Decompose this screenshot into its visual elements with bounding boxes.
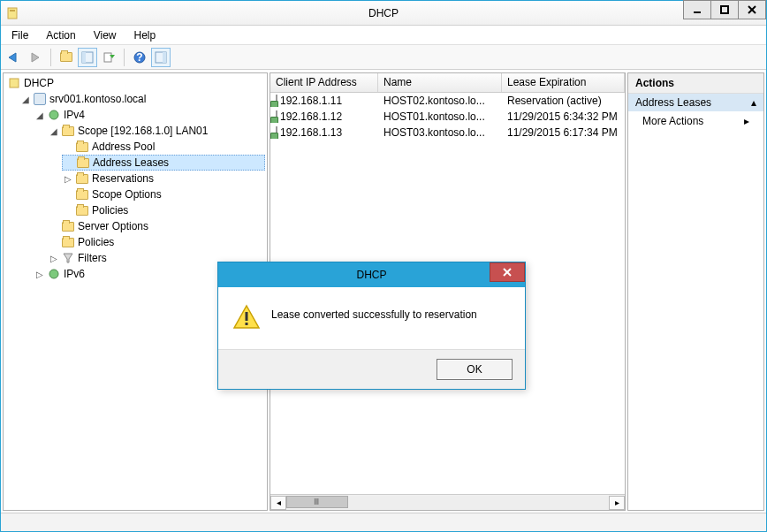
svg-rect-23 [246, 312, 248, 321]
folder-icon [75, 140, 89, 154]
svg-text:?: ? [136, 51, 142, 64]
show-hide-actions-button[interactable] [151, 48, 171, 67]
tree-scope[interactable]: ◢ Scope [192.168.1.0] LAN01 [48, 123, 265, 139]
toolbar: ? [1, 45, 766, 70]
actions-header: Actions [628, 73, 763, 94]
svg-rect-3 [721, 6, 728, 13]
menu-file[interactable]: File [4, 27, 35, 43]
svg-rect-15 [163, 52, 166, 63]
tree-policies-2[interactable]: Policies [48, 234, 265, 250]
expand-icon[interactable]: ▷ [64, 174, 72, 184]
svg-rect-24 [246, 323, 248, 325]
main-window: DHCP File Action View Help ? [0, 0, 767, 532]
column-header-lease[interactable]: Lease Expiration [502, 73, 625, 92]
ok-button[interactable]: OK [437, 359, 513, 380]
cell-name: HOST03.kontoso.lo... [378, 126, 502, 139]
warning-icon [232, 303, 261, 334]
help-button[interactable]: ? [130, 48, 149, 67]
tree-address-leases[interactable]: Address Leases [62, 155, 265, 171]
tree-address-pool[interactable]: Address Pool [62, 139, 265, 155]
scroll-right-icon[interactable]: ▸ [609, 496, 625, 510]
menu-view[interactable]: View [87, 27, 124, 43]
folder-icon [61, 124, 75, 138]
table-row[interactable]: 192.168.1.12 HOST01.kontoso.lo... 11/29/… [270, 109, 625, 125]
tree-scope-options[interactable]: Scope Options [62, 186, 265, 202]
tree-policies[interactable]: Policies [62, 202, 265, 218]
forward-button[interactable] [26, 48, 45, 67]
dhcp-icon [7, 76, 21, 90]
folder-icon [75, 187, 89, 201]
collapse-icon[interactable]: ◢ [21, 95, 30, 104]
toolbar-separator [50, 49, 51, 66]
close-button[interactable] [738, 0, 766, 19]
cell-name: HOST01.kontoso.lo... [378, 110, 502, 123]
tree-ipv4-label: IPv4 [64, 109, 85, 121]
scroll-left-icon[interactable]: ◂ [270, 496, 286, 510]
svg-marker-6 [9, 53, 16, 62]
tree-server-label: srv001.kontoso.local [49, 93, 146, 105]
tree-root-label: DHCP [24, 77, 54, 89]
menu-help[interactable]: Help [127, 27, 163, 43]
label: Address Leases [93, 156, 169, 169]
back-button[interactable] [4, 48, 24, 67]
actions-section-label: Address Leases [635, 96, 711, 109]
cell-ip: 192.168.1.12 [280, 110, 342, 123]
expand-icon[interactable]: ▷ [49, 254, 58, 263]
label: Address Pool [92, 141, 155, 153]
actions-more[interactable]: More Actions ▸ [628, 111, 763, 131]
column-header-ip[interactable]: Client IP Address [270, 73, 378, 92]
dialog-body: Lease converted successfully to reservat… [218, 287, 525, 349]
collapse-icon[interactable]: ▴ [751, 96, 756, 109]
svg-rect-16 [10, 79, 19, 87]
scroll-track[interactable]: Ⅲ [286, 496, 609, 510]
minimize-button[interactable] [683, 0, 711, 19]
tree-scope-label: Scope [192.168.1.0] LAN01 [78, 125, 208, 137]
label: Policies [92, 204, 128, 217]
titlebar: DHCP [1, 1, 766, 26]
table-row[interactable]: 192.168.1.13 HOST03.kontoso.lo... 11/29/… [270, 125, 625, 141]
collapse-icon[interactable]: ◢ [49, 126, 58, 136]
lease-icon [276, 110, 277, 123]
label: Filters [78, 252, 107, 264]
server-icon [33, 92, 47, 106]
statusbar [1, 513, 766, 531]
menu-action[interactable]: Action [39, 27, 82, 43]
toolbar-separator [124, 49, 125, 66]
svg-point-17 [49, 110, 58, 119]
dialog-close-button[interactable] [490, 262, 525, 282]
chevron-right-icon: ▸ [744, 115, 749, 127]
expand-icon[interactable]: ▷ [35, 270, 44, 279]
table-row[interactable]: 192.168.1.11 HOST02.kontoso.lo... Reserv… [270, 93, 625, 109]
tree-root[interactable]: DHCP [5, 75, 265, 91]
cell-lease: 11/29/2015 6:34:32 PM [502, 110, 625, 123]
export-button[interactable] [99, 48, 118, 67]
app-icon [6, 6, 20, 20]
column-header-name[interactable]: Name [378, 73, 502, 92]
show-hide-tree-button[interactable] [78, 48, 97, 67]
window-controls [684, 0, 766, 19]
maximize-button[interactable] [710, 0, 739, 19]
tree-server[interactable]: ◢ srv001.kontoso.local [19, 91, 265, 107]
folder-icon [61, 235, 75, 249]
label: Scope Options [92, 188, 162, 201]
body: DHCP ◢ srv001.kontoso.local [1, 70, 766, 513]
tree-reservations[interactable]: ▷Reservations [62, 171, 265, 186]
dialog-titlebar[interactable]: DHCP [218, 262, 525, 287]
label: IPv6 [64, 268, 85, 280]
scroll-thumb[interactable]: Ⅲ [286, 496, 348, 508]
horizontal-scrollbar[interactable]: ◂ Ⅲ ▸ [270, 494, 625, 510]
collapse-icon[interactable]: ◢ [35, 110, 44, 120]
tree-ipv4[interactable]: ◢ IPv4 [34, 107, 265, 123]
folder-icon [61, 219, 75, 233]
actions-pane: Actions Address Leases ▴ More Actions ▸ [627, 72, 764, 511]
message-dialog: DHCP Lease converted successfully to res… [217, 262, 526, 390]
ipv6-icon [47, 267, 61, 281]
tree-server-options[interactable]: Server Options [48, 218, 265, 234]
svg-rect-1 [10, 10, 15, 11]
actions-section[interactable]: Address Leases ▴ [628, 94, 763, 111]
lease-icon [276, 126, 277, 139]
folder-icon [75, 171, 89, 186]
svg-rect-10 [104, 53, 111, 62]
svg-marker-18 [64, 254, 72, 262]
up-button[interactable] [57, 48, 76, 67]
